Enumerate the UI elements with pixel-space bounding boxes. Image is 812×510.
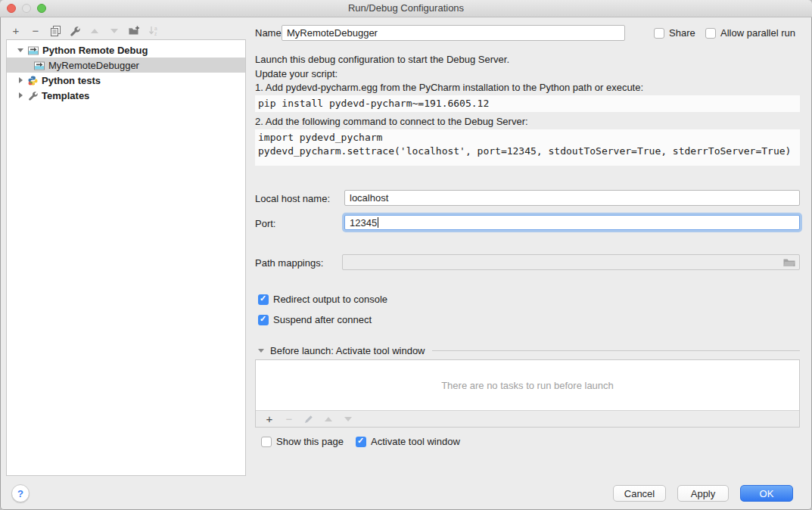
settrace-code-block: import pydevd_pycharm pydevd_pycharm.set… — [255, 129, 800, 166]
activate-tool-window-checkbox[interactable] — [356, 437, 366, 447]
settrace-code-line-2: pydevd_pycharm.settrace('localhost', por… — [258, 145, 791, 157]
before-launch-header[interactable]: Before launch: Activate tool window — [258, 345, 800, 356]
wrench-icon — [70, 26, 80, 36]
redirect-output-checkbox[interactable] — [258, 294, 269, 305]
name-input[interactable] — [282, 25, 625, 41]
text-cursor — [378, 217, 378, 228]
remote-debug-icon — [34, 61, 45, 70]
templates-wrench-icon — [28, 91, 38, 101]
svg-text:a: a — [154, 26, 157, 31]
allow-parallel-run-row[interactable]: Allow parallel run — [705, 27, 795, 39]
move-down-icon — [110, 29, 118, 33]
show-this-page-checkbox[interactable] — [261, 437, 272, 447]
tree-item-label: Python Remote Debug — [42, 45, 148, 56]
suspend-after-connect-label: Suspend after connect — [273, 314, 372, 325]
port-value: 12345 — [350, 217, 377, 229]
tasks-toolbar: + − — [256, 410, 799, 427]
plus-icon: + — [13, 25, 20, 36]
suspend-after-connect-row[interactable]: Suspend after connect — [258, 314, 372, 325]
instruction-line-1: Launch this debug configuration to start… — [255, 54, 509, 65]
pip-install-code: pip install pydevd-pycharm~=191.6605.12 — [255, 95, 800, 112]
svg-text:z: z — [154, 31, 157, 36]
name-label: Name: — [255, 27, 284, 39]
copy-icon — [51, 26, 61, 36]
instruction-line-2: Update your script: — [255, 68, 338, 79]
redirect-output-row[interactable]: Redirect output to console — [258, 294, 387, 305]
share-checkbox[interactable] — [654, 28, 664, 39]
add-configuration-button[interactable]: + — [6, 22, 26, 39]
question-mark-icon: ? — [17, 488, 23, 499]
ok-button[interactable]: OK — [740, 485, 793, 502]
tree-item-label: MyRemoteDebugger — [48, 60, 139, 71]
tree-item-label: Python tests — [42, 75, 101, 86]
pencil-icon — [304, 415, 313, 424]
python-tests-icon — [28, 76, 38, 86]
share-label: Share — [669, 27, 695, 39]
move-down-button — [104, 22, 124, 39]
local-host-name-label: Local host name: — [255, 193, 330, 204]
copy-configuration-button[interactable] — [45, 22, 65, 39]
tree-item-python-remote-debug[interactable]: Python Remote Debug — [7, 42, 245, 58]
empty-tasks-message: There are no tasks to run before launch — [256, 360, 799, 410]
remove-configuration-button[interactable]: − — [26, 22, 45, 39]
activate-tool-window-label: Activate tool window — [371, 436, 460, 447]
port-input[interactable]: 12345 — [344, 215, 800, 230]
allow-parallel-run-checkbox[interactable] — [705, 28, 716, 39]
activate-tool-window-row[interactable]: Activate tool window — [356, 436, 460, 447]
collapse-section-icon[interactable] — [258, 349, 264, 353]
before-launch-title: Before launch: Activate tool window — [270, 345, 425, 356]
chevron-right-icon[interactable] — [19, 92, 23, 98]
add-task-button[interactable]: + — [261, 412, 278, 426]
browse-path-mappings-button[interactable] — [783, 257, 795, 269]
minus-icon: − — [286, 413, 293, 424]
move-task-up-button — [320, 412, 337, 426]
path-mappings-input[interactable] — [342, 254, 800, 270]
move-task-down-button — [340, 412, 356, 426]
window-title: Run/Debug Configurations — [0, 0, 812, 16]
allow-parallel-run-label: Allow parallel run — [720, 27, 795, 39]
title-bar: Run/Debug Configurations — [0, 0, 812, 17]
help-button[interactable]: ? — [11, 484, 30, 502]
remove-task-button: − — [281, 412, 297, 426]
show-this-page-label: Show this page — [276, 436, 344, 447]
chevron-right-icon[interactable] — [19, 77, 23, 83]
remote-debug-icon — [28, 45, 39, 55]
close-button[interactable] — [7, 4, 16, 13]
new-folder-icon — [129, 26, 140, 36]
sort-configurations-button: az — [144, 22, 163, 39]
move-up-button — [85, 22, 104, 39]
tree-item-myremotedebugger[interactable]: MyRemoteDebugger — [7, 58, 245, 73]
tree-item-templates[interactable]: Templates — [7, 88, 245, 103]
section-divider — [432, 350, 800, 351]
instruction-step-2: 2. Add the following command to connect … — [255, 116, 528, 127]
share-checkbox-row[interactable]: Share — [654, 27, 695, 39]
apply-button[interactable]: Apply — [677, 485, 729, 502]
path-mappings-label: Path mappings: — [255, 257, 323, 269]
plus-icon: + — [266, 413, 273, 424]
tree-item-python-tests[interactable]: Python tests — [7, 73, 245, 88]
move-up-icon — [91, 29, 98, 33]
edit-templates-button[interactable] — [65, 22, 85, 39]
configurations-toolbar: + − az — [6, 22, 246, 39]
tree-item-label: Templates — [42, 90, 89, 101]
minus-icon: − — [33, 25, 39, 36]
folder-icon — [783, 257, 795, 267]
zoom-button[interactable] — [37, 4, 46, 13]
redirect-output-label: Redirect output to console — [273, 294, 387, 305]
suspend-after-connect-checkbox[interactable] — [258, 315, 269, 325]
minimize-button — [22, 4, 31, 13]
instruction-step-1: 1. Add pydevd-pycharm.egg from the PyCha… — [255, 82, 643, 93]
new-folder-button[interactable] — [124, 22, 144, 39]
move-down-icon — [344, 417, 352, 421]
cancel-button[interactable]: Cancel — [613, 485, 666, 502]
show-this-page-row[interactable]: Show this page — [261, 436, 344, 447]
before-launch-tasks-box: There are no tasks to run before launch … — [255, 359, 800, 428]
chevron-down-icon[interactable] — [17, 48, 23, 52]
settrace-code-line-1: import pydevd_pycharm — [258, 132, 382, 143]
sort-az-icon: az — [148, 26, 159, 36]
move-up-icon — [325, 417, 332, 421]
configurations-tree: Python Remote Debug MyRemoteDebugger Pyt… — [6, 39, 246, 476]
edit-task-button — [300, 412, 317, 426]
local-host-name-input[interactable] — [344, 190, 800, 206]
run-debug-configurations-dialog: Run/Debug Configurations + − az Python R… — [0, 0, 812, 510]
